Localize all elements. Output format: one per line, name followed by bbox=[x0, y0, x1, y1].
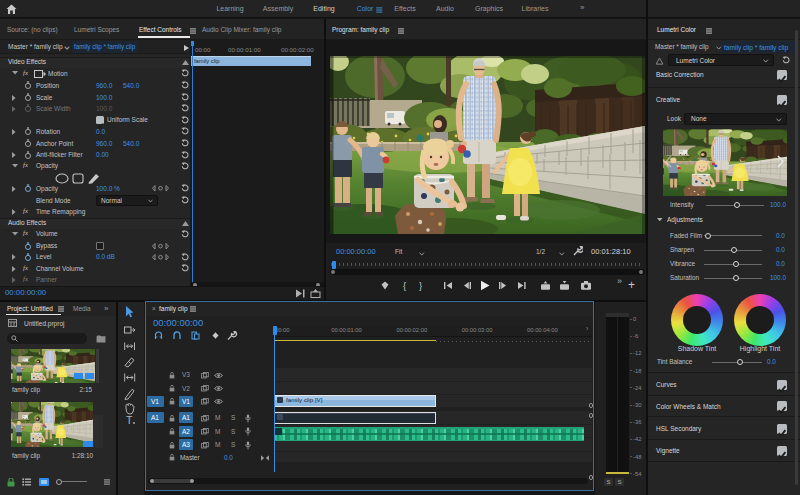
svg-text:{: { bbox=[403, 280, 406, 291]
svg-text:T: T bbox=[126, 414, 133, 426]
svg-text:}: } bbox=[419, 280, 422, 291]
